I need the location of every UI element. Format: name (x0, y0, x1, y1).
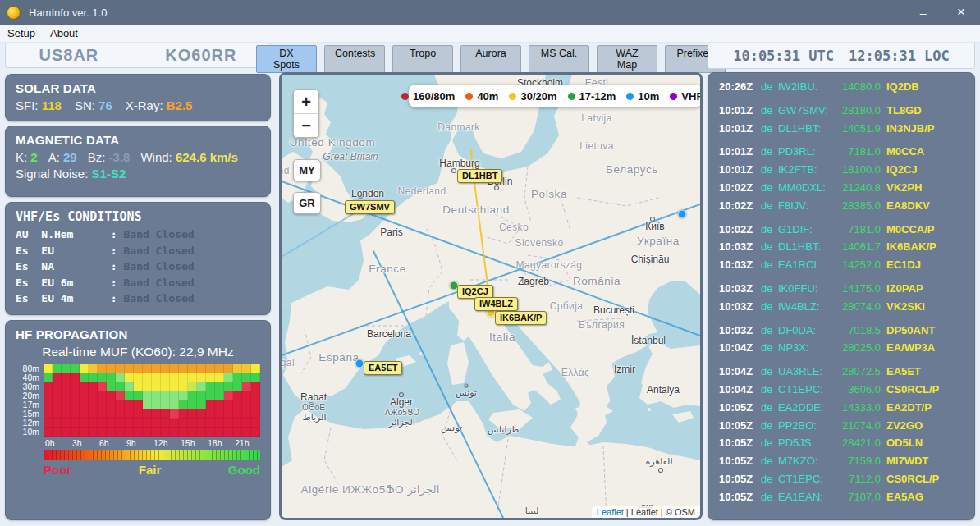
dx-spot-row[interactable]: 10:05ZdePP2BO:21074.0ZV2GO (719, 419, 974, 437)
spot-time: 10:04Z (719, 383, 761, 396)
heatmap-cell (233, 373, 242, 382)
dx-spot-row[interactable]: 10:04ZdeNP3X:28025.0EA/WP3A (719, 341, 974, 359)
title-bar: HamInfo ver. 1.0 – × (0, 0, 980, 25)
dx-spot-row[interactable]: 10:03ZdeDF0DA:7018.5DP50ANT (719, 324, 974, 342)
magnetic-values-1: K: 2A: 29Bz: -3.8Wind: 624.6 km/s (16, 150, 260, 164)
heatmap-cell (188, 428, 197, 437)
grid-button[interactable]: GR (293, 192, 321, 214)
spot-frequency: 28180.0 (835, 104, 881, 117)
minimize-button[interactable]: – (904, 0, 942, 25)
heatmap-cell (62, 419, 71, 428)
heatmap-cell (89, 400, 98, 409)
dx-spot-row[interactable]: 10:05ZdeEA1EAN:7107.0EA5AG (719, 491, 974, 509)
map-spot-dot[interactable] (678, 210, 687, 219)
dx-spot-row[interactable]: 10:03ZdeIK0FFU:14175.0IZ0PAP (719, 282, 974, 300)
heatmap-cell (98, 400, 107, 409)
heatmap-cell (44, 419, 53, 428)
leaflet-link[interactable]: Leaflet (597, 507, 624, 517)
heatmap-cell (242, 373, 251, 382)
close-button[interactable]: × (942, 0, 980, 25)
dx-spot-row[interactable]: 10:05ZdeCT1EPC:7112.0CS0RCL/P (719, 473, 974, 491)
map-marker-dl1hbt[interactable]: DL1HBT (457, 169, 502, 183)
heatmap-band-label: 10m (16, 428, 44, 437)
dx-map[interactable]: StockholmEestiDanmarkLatvijaLietuvaUnite… (279, 72, 703, 520)
heatmap-cell (161, 419, 170, 428)
spot-frequency: 14080.0 (835, 80, 881, 93)
heatmap-cell (44, 373, 53, 382)
heatmap-cell (62, 373, 71, 382)
heatmap-cell (179, 419, 188, 428)
heatmap-cell (152, 428, 161, 437)
spotter-callsign: IK0FFU: (778, 282, 835, 295)
tab-tropo[interactable]: Tropo (392, 45, 453, 73)
heatmap-cell (116, 364, 125, 373)
heatmap-cell (224, 428, 233, 437)
dx-spot-row[interactable]: 10:01ZdeDL1HBT:14051.9IN3NJB/P (719, 122, 974, 140)
dx-spot-row[interactable]: 10:04ZdeUA3RLE:28072.5EA5ET (719, 365, 974, 383)
tab-dx-spots[interactable]: DX Spots (256, 45, 317, 73)
map-spot-dot[interactable] (355, 359, 364, 368)
heatmap-cell (233, 428, 242, 437)
dx-callsign: CS0RCL/P (886, 473, 939, 485)
dx-spot-row[interactable]: 10:03ZdeDL1HBT:14061.7IK6BAK/P (719, 240, 974, 258)
vhf-condition-value: Band Closed (123, 275, 194, 291)
spot-de: de (761, 181, 778, 194)
heatmap-cell (125, 400, 134, 409)
legend-item: 30/20m (509, 90, 556, 103)
heatmap-cell (197, 419, 206, 428)
map-marker-iw4blz[interactable]: IW4BLZ (474, 297, 518, 311)
heatmap-cell (71, 382, 80, 391)
spot-time: 10:05Z (719, 401, 761, 414)
dx-spot-row[interactable]: 10:01ZdeGW7SMV:28180.0TL8GD (719, 104, 974, 122)
spotter-callsign: EA1RCI: (778, 258, 835, 271)
zoom-control: + − (293, 89, 319, 138)
metric-value: S1-S2 (92, 167, 126, 181)
dx-spot-row[interactable]: 10:04ZdeCT1EPC:3606.0CS0RCL/P (719, 383, 974, 401)
heatmap-cell (170, 419, 179, 428)
my-location-button[interactable]: MY (293, 159, 321, 181)
menu-item-setup[interactable]: Setup (0, 26, 43, 40)
vhf-condition-label: Es EU 6m (16, 275, 104, 291)
tab-waz-map[interactable]: WAZ Map (597, 45, 657, 73)
vhf-colon: : (104, 290, 123, 307)
heatmap-cell (134, 373, 143, 382)
heatmap-cell (242, 419, 251, 428)
dx-spot-row[interactable]: 10:01ZdeIK2FTB:18100.0IQ2CJ (719, 163, 974, 181)
spot-frequency: 7018.5 (835, 324, 881, 336)
map-marker-gw7smv[interactable]: GW7SMV (345, 200, 395, 214)
zoom-in-button[interactable]: + (294, 90, 318, 113)
spot-de: de (761, 122, 778, 135)
map-marker-ea5et[interactable]: EA5ET (364, 361, 402, 375)
dx-spot-row[interactable]: 10:03ZdeEA1RCI:14252.0EC1DJ (719, 258, 974, 277)
dx-spot-row[interactable]: 20:26ZdeIW2IBU:14080.0IQ2DB (719, 80, 974, 98)
dx-spot-row[interactable]: 10:03ZdeIW4BLZ:28074.0VK2SKI (719, 300, 974, 318)
zoom-out-button[interactable]: − (294, 113, 318, 137)
spotter-callsign: IK2FTB: (778, 163, 835, 176)
vhf-condition-label: AU N.Hem (16, 226, 104, 243)
heatmap-cell (215, 428, 224, 437)
spotter-callsign: CT1EPC: (778, 473, 835, 485)
heatmap-cell (80, 391, 89, 400)
tab-contests[interactable]: Contests (324, 45, 385, 73)
map-marker-ik6bakp[interactable]: IK6BAK/P (495, 311, 547, 325)
dx-spot-row[interactable]: 10:01ZdePD3RL:7181.0M0CCA (719, 145, 974, 163)
heatmap-cell (224, 382, 233, 391)
dx-spot-row[interactable]: 10:02ZdeF8IJV:28385.0EA8DKV (719, 199, 974, 217)
heatmap-cell (197, 382, 206, 391)
heatmap-cell (53, 382, 62, 391)
tab-aurora[interactable]: Aurora (460, 45, 521, 73)
heatmap-cell (107, 364, 116, 373)
dx-spot-row[interactable]: 10:02ZdeG1DIF:7181.0M0CCA/P (719, 223, 974, 241)
dx-spot-row[interactable]: 10:05ZdeM7KZO:7159.0MI7WDT (719, 455, 974, 473)
heatmap-cell (206, 364, 215, 373)
menu-item-about[interactable]: About (43, 26, 85, 40)
heatmap-cell (215, 373, 224, 382)
dx-spot-row[interactable]: 10:05ZdeEA2DDE:14333.0EA2DT/P (719, 401, 974, 419)
tab-ms-cal-[interactable]: MS Cal. (529, 45, 589, 73)
spot-de: de (761, 80, 778, 93)
dx-spot-row[interactable]: 10:05ZdePD5JS:28421.0OD5LN (719, 437, 974, 455)
spot-time: 10:03Z (719, 240, 761, 253)
spot-frequency: 14175.0 (835, 282, 881, 295)
hf-propagation-panel: HF PROPAGATION Real-time MUF (KO60): 22,… (5, 320, 271, 520)
dx-spot-row[interactable]: 10:02ZdeMM0DXL:21240.8VK2PH (719, 181, 974, 199)
